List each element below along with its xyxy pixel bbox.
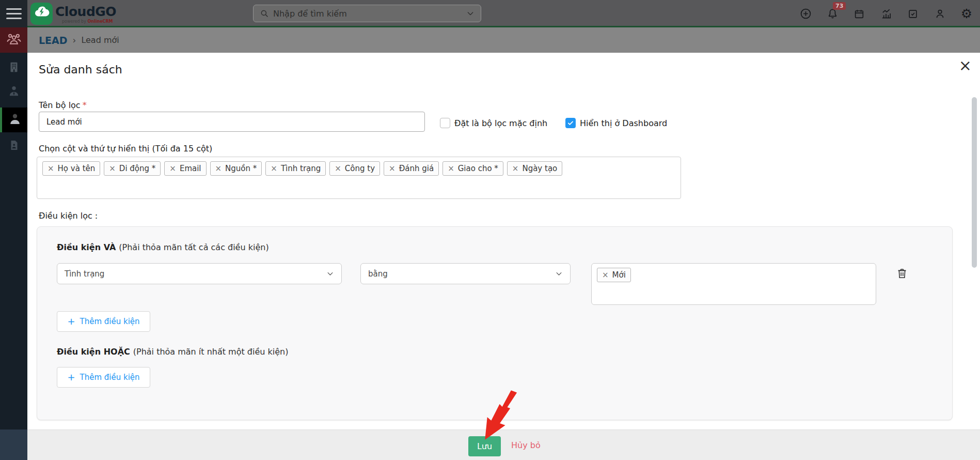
person-icon [8,112,22,128]
breadcrumb-page: Lead mới [81,35,119,45]
check-icon [567,119,574,127]
remove-tag-icon[interactable]: × [169,164,176,173]
show-dashboard-label[interactable]: Hiển thị ở Dashboard [580,118,667,128]
settings-gear-icon[interactable]: ⚙ [960,8,973,20]
chevron-down-icon [555,270,563,278]
global-search[interactable] [253,5,481,22]
notification-count-badge: 73 [833,2,846,10]
plus-icon: + [67,317,75,326]
header-icon-row: 73 ⚙ [799,0,973,27]
cancel-button[interactable]: Hủy bỏ [511,430,541,460]
conditions-panel: Điều kiện VÀ(Phải thỏa mãn tất cả các đi… [37,226,953,420]
sidebar-item-leads-active[interactable] [0,108,27,132]
building-icon [7,60,21,76]
show-dashboard-checkbox[interactable] [565,118,576,128]
breadcrumb-module-link[interactable]: LEAD [39,35,68,46]
default-filter-label[interactable]: Đặt là bộ lọc mặc định [454,118,547,128]
sidebar-item-contacts[interactable] [0,80,27,104]
search-icon [260,9,269,18]
left-sidebar [0,27,27,430]
filter-name-input[interactable] [39,112,425,132]
required-asterisk: * [83,100,87,110]
plus-icon: + [67,373,75,382]
remove-tag-icon[interactable]: × [602,270,609,280]
remove-tag-icon[interactable]: × [389,164,396,173]
columns-select-label: Chọn cột và thứ tự hiển thị (Tối đa 15 c… [39,144,212,154]
notifications-bell-icon[interactable]: 73 [826,8,839,20]
quick-add-icon[interactable] [799,8,812,20]
sidebar-item-documents[interactable] [0,134,27,158]
app-window: CloudGO powered by OnlineCRM 73 [0,0,980,460]
condition-operator-select[interactable]: bằng [360,263,571,284]
column-tag[interactable]: ×Tình trạng [265,161,326,176]
edit-list-modal: × Sửa danh sách Tên bộ lọc* Đặt là bộ lọ… [27,53,980,430]
remove-tag-icon[interactable]: × [335,164,341,173]
condition-value-input[interactable]: ×Mới [591,263,876,305]
search-input[interactable] [273,9,462,19]
column-tag[interactable]: ×Ngày tạo [507,161,562,176]
save-button[interactable]: Lưu [468,436,501,456]
condition-field-select[interactable]: Tình trạng [57,263,342,284]
breadcrumb-bar: LEAD › Lead mới + Thêm Lead Nhập dữ liệu… [27,27,980,53]
column-tag[interactable]: ×Công ty [329,161,380,176]
column-tag[interactable]: ×Đánh giá [384,161,439,176]
brand-name: CloudGO [55,4,116,19]
breadcrumb: LEAD › Lead mới [39,27,119,53]
cloud-bolt-icon [33,4,51,24]
brand-tagline: powered by OnlineCRM [62,19,113,24]
close-icon[interactable]: × [959,58,972,73]
people-group-icon [6,31,22,50]
hamburger-menu-button[interactable] [0,0,27,27]
analytics-icon[interactable] [880,8,892,20]
column-tag[interactable]: ×Nguồn * [210,161,262,176]
top-header: CloudGO powered by OnlineCRM 73 [0,0,980,27]
sidebar-item-organizations[interactable] [0,56,27,80]
condition-value-tag[interactable]: ×Mới [597,268,631,282]
calendar-icon[interactable] [853,8,865,20]
remove-tag-icon[interactable]: × [512,164,519,173]
filter-conditions-label: Điều kiện lọc : [39,211,98,221]
add-or-condition-button[interactable]: + Thêm điều kiện [57,367,150,388]
user-profile-icon[interactable] [934,8,946,20]
remove-tag-icon[interactable]: × [448,164,454,173]
or-conditions-heading: Điều kiện HOẶC(Phải thỏa mãn ít nhất một… [57,347,288,357]
modal-title: Sửa danh sách [39,63,122,76]
and-conditions-heading: Điều kiện VÀ(Phải thỏa mãn tất cả các đi… [57,242,269,252]
person-tie-icon [7,84,21,100]
add-and-condition-button[interactable]: + Thêm điều kiện [57,311,150,332]
modal-footer: Lưu Hủy bỏ [27,430,980,460]
filter-name-label: Tên bộ lọc* [39,100,87,110]
cloudgo-logo[interactable] [30,3,53,25]
remove-tag-icon[interactable]: × [215,164,222,173]
column-tag[interactable]: ×Giao cho * [442,161,503,176]
sidebar-item-leads[interactable] [0,27,27,53]
tasks-icon[interactable] [907,8,919,20]
breadcrumb-separator: › [73,35,76,45]
chevron-down-icon[interactable] [466,9,475,18]
column-tag[interactable]: ×Email [164,161,206,176]
column-tag[interactable]: ×Di động * [104,161,161,176]
remove-tag-icon[interactable]: × [109,164,116,173]
remove-tag-icon[interactable]: × [48,164,54,173]
column-tag[interactable]: ×Họ và tên [42,161,100,176]
chevron-down-icon [326,270,334,278]
default-filter-checkbox[interactable] [440,118,450,128]
columns-tag-input[interactable]: ×Họ và tên ×Di động * ×Email ×Nguồn * ×T… [37,157,681,199]
sidebar-footer-block [0,430,27,460]
hamburger-icon [6,8,22,10]
delete-condition-icon[interactable] [896,267,908,280]
modal-scrollbar-thumb[interactable] [972,97,977,268]
document-person-icon [8,139,20,154]
remove-tag-icon[interactable]: × [271,164,277,173]
